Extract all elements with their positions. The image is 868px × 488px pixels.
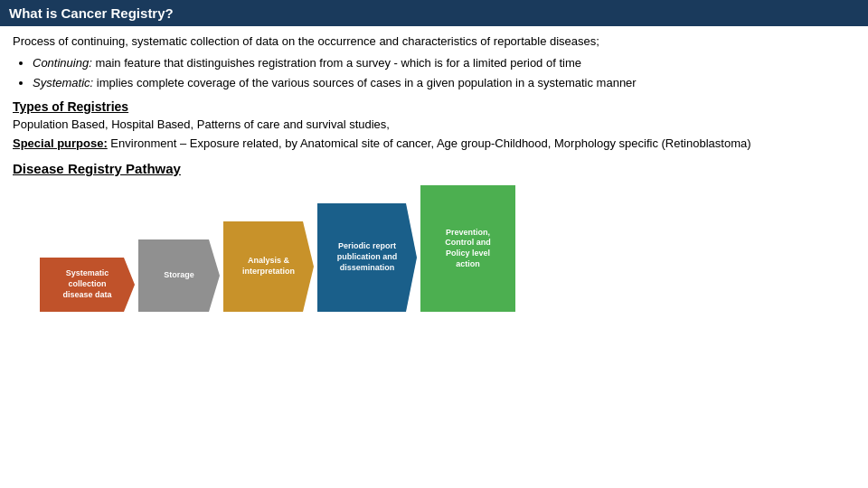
intro-text: Process of continuing, systematic collec… (13, 33, 855, 50)
step-col-step2: Storage (138, 239, 220, 312)
bullet-term-continuing: Continuing: (33, 56, 92, 70)
bullet-desc-continuing: main feature that distinguishes registra… (95, 56, 581, 70)
step-box-step4: Periodic report publication and dissemin… (317, 203, 417, 312)
page-wrapper: What is Cancer Registry? Process of cont… (0, 0, 868, 319)
step-label-step1: Systematic collection disease data (62, 268, 111, 300)
pathway-diagram: Systematic collection disease dataStorag… (40, 185, 855, 312)
bullet-item-systematic: Systematic: implies complete coverage of… (33, 75, 855, 91)
step-col-step1: Systematic collection disease data (40, 258, 135, 312)
step-col-step4: Periodic report publication and dissemin… (317, 203, 417, 312)
page-header: What is Cancer Registry? (0, 0, 868, 26)
special-purpose-label: Special purpose: (13, 136, 108, 150)
bullet-term-systematic: Systematic: (33, 76, 93, 89)
bullet-item-continuing: Continuing: main feature that distinguis… (33, 55, 855, 71)
step-col-step3: Analysis & interpretation (223, 221, 314, 312)
bullet-list: Continuing: main feature that distinguis… (33, 55, 855, 91)
page-title: What is Cancer Registry? (9, 5, 174, 21)
step-col-step5: Prevention, Control and Policy level act… (420, 185, 515, 312)
step-box-step3: Analysis & interpretation (223, 221, 314, 312)
step-box-step1: Systematic collection disease data (40, 258, 135, 312)
step-box-step5: Prevention, Control and Policy level act… (420, 185, 515, 312)
pathway-title: Disease Registry Pathway (13, 161, 855, 176)
step-label-step2: Storage (164, 270, 194, 281)
step-box-step2: Storage (138, 239, 220, 312)
types-line1: Population Based, Hospital Based, Patter… (13, 117, 855, 133)
step-label-step4: Periodic report publication and dissemin… (337, 241, 398, 273)
step-label-step5: Prevention, Control and Policy level act… (445, 228, 491, 270)
step-label-step3: Analysis & interpretation (242, 256, 295, 277)
types-title: Types of Registries (13, 99, 855, 114)
special-purpose-text: Special purpose: Environment – Exposure … (13, 136, 855, 152)
special-purpose-desc: Environment – Exposure related, by Anato… (108, 136, 751, 150)
bullet-desc-systematic: implies complete coverage of the various… (97, 76, 637, 89)
main-content: Process of continuing, systematic collec… (0, 26, 868, 319)
